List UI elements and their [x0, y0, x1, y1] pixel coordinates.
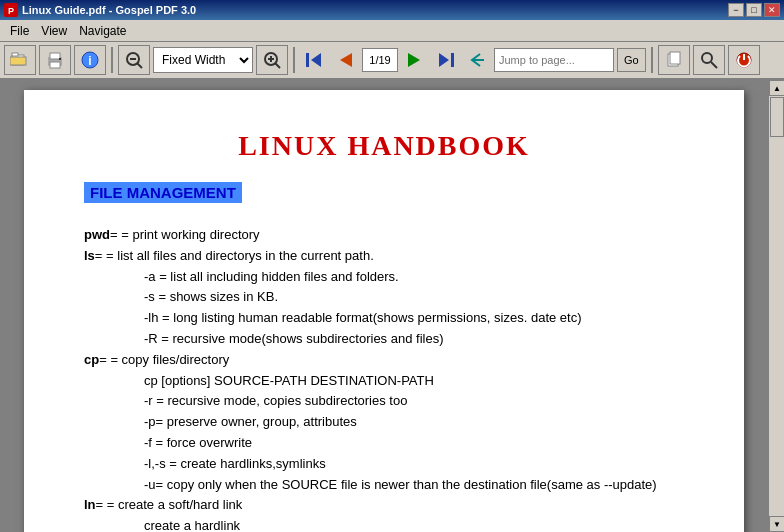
- title-bar: P Linux Guide.pdf - Gospel PDF 3.0 − □ ✕: [0, 0, 784, 20]
- line-cp-p: -p= preserve owner, group, attributes: [144, 412, 684, 433]
- svg-line-27: [711, 62, 717, 68]
- svg-rect-3: [12, 53, 18, 56]
- svg-rect-7: [50, 62, 60, 68]
- first-page-button[interactable]: [300, 46, 328, 74]
- cmd-cp: cp: [84, 352, 99, 367]
- line-pwd: pwd= = print working directory: [84, 225, 684, 246]
- print-button[interactable]: [39, 45, 71, 75]
- zoom-in-button[interactable]: [256, 45, 288, 75]
- power-button[interactable]: [728, 45, 760, 75]
- scrollbar[interactable]: ▲ ▼: [768, 80, 784, 532]
- line-ls: ls= = list all files and directorys in t…: [84, 246, 684, 267]
- title-bar-left: P Linux Guide.pdf - Gospel PDF 3.0: [4, 3, 196, 17]
- find-button[interactable]: [693, 45, 725, 75]
- menu-navigate[interactable]: Navigate: [73, 22, 132, 40]
- svg-rect-22: [451, 53, 454, 67]
- maximize-button[interactable]: □: [746, 3, 762, 17]
- cmd-ls: ls: [84, 248, 95, 263]
- line-ls-s: -s = shows sizes in KB.: [144, 287, 684, 308]
- scroll-track: [769, 138, 784, 516]
- scroll-thumb[interactable]: [770, 97, 784, 137]
- svg-marker-21: [408, 53, 420, 67]
- menu-view[interactable]: View: [35, 22, 73, 40]
- section-header: FILE MANAGEMENT: [84, 182, 242, 203]
- prev-page-button[interactable]: [331, 46, 359, 74]
- minimize-button[interactable]: −: [728, 3, 744, 17]
- cmd-ln-rest: = = create a soft/hard link: [96, 497, 243, 512]
- svg-rect-4: [10, 57, 26, 65]
- zoom-select[interactable]: Fixed Width Fit Page 25% 50% 75% 100% 12…: [153, 47, 253, 73]
- jump-to-page-input[interactable]: [494, 48, 614, 72]
- cmd-pwd-rest: = = print working directory: [110, 227, 260, 242]
- window-title: Linux Guide.pdf - Gospel PDF 3.0: [22, 4, 196, 16]
- pdf-title: LINUX HANDBOOK: [84, 130, 684, 162]
- main-area: LINUX HANDBOOK FILE MANAGEMENT pwd= = pr…: [0, 80, 784, 532]
- svg-point-26: [702, 53, 712, 63]
- line-cp: cp= = copy files/directory: [84, 350, 684, 371]
- svg-marker-23: [439, 53, 449, 67]
- svg-rect-18: [306, 53, 309, 67]
- last-page-button[interactable]: [432, 46, 460, 74]
- cmd-ln: ln: [84, 497, 96, 512]
- line-cp-l: -l,-s = create hardlinks,symlinks: [144, 454, 684, 475]
- line-cp-usage: cp [options] SOURCE-PATH DESTINATION-PAT…: [144, 371, 684, 392]
- svg-line-13: [137, 63, 142, 68]
- copy-button[interactable]: [658, 45, 690, 75]
- pdf-page: LINUX HANDBOOK FILE MANAGEMENT pwd= = pr…: [24, 90, 744, 532]
- line-ls-r: -R = recursive mode(shows subdirectories…: [144, 329, 684, 350]
- line-ls-lh: -lh = long listing human readable format…: [144, 308, 684, 329]
- app-icon: P: [4, 3, 18, 17]
- svg-marker-20: [340, 53, 352, 67]
- separator-2: [293, 47, 295, 73]
- line-cp-r: -r = recursive mode, copies subdirectori…: [144, 391, 684, 412]
- go-button[interactable]: Go: [617, 48, 646, 72]
- svg-text:i: i: [88, 54, 91, 68]
- page-indicator[interactable]: 1/19: [362, 48, 398, 72]
- line-ln: ln= = create a soft/hard link: [84, 495, 684, 516]
- svg-marker-19: [311, 53, 321, 67]
- open-button[interactable]: [4, 45, 36, 75]
- svg-rect-25: [670, 52, 680, 64]
- window-controls: − □ ✕: [728, 3, 780, 17]
- separator-1: [111, 47, 113, 73]
- svg-text:P: P: [8, 6, 14, 16]
- svg-rect-8: [59, 58, 61, 60]
- pdf-viewport[interactable]: LINUX HANDBOOK FILE MANAGEMENT pwd= = pr…: [0, 80, 768, 532]
- line-cp-f: -f = force overwrite: [144, 433, 684, 454]
- line-ln-hardlink: create a hardlink: [144, 516, 684, 532]
- separator-3: [651, 47, 653, 73]
- toolbar: i Fixed Width Fit Page 25% 50% 75% 100% …: [0, 42, 784, 80]
- svg-line-17: [275, 63, 280, 68]
- menu-bar: File View Navigate: [0, 20, 784, 42]
- next-page-button[interactable]: [401, 46, 429, 74]
- cmd-cp-rest: = = copy files/directory: [99, 352, 229, 367]
- svg-rect-6: [50, 53, 60, 59]
- scroll-up-button[interactable]: ▲: [769, 80, 784, 96]
- scroll-down-button[interactable]: ▼: [769, 516, 784, 532]
- back-button[interactable]: [463, 46, 491, 74]
- menu-file[interactable]: File: [4, 22, 35, 40]
- cmd-ls-rest: = = list all files and directorys in the…: [95, 248, 374, 263]
- cmd-pwd: pwd: [84, 227, 110, 242]
- info-button[interactable]: i: [74, 45, 106, 75]
- line-ls-a: -a = list all including hidden files and…: [144, 267, 684, 288]
- pdf-body: pwd= = print working directory ls= = lis…: [84, 225, 684, 532]
- line-cp-u: -u= copy only when the SOURCE file is ne…: [144, 475, 684, 496]
- close-button[interactable]: ✕: [764, 3, 780, 17]
- zoom-out-button[interactable]: [118, 45, 150, 75]
